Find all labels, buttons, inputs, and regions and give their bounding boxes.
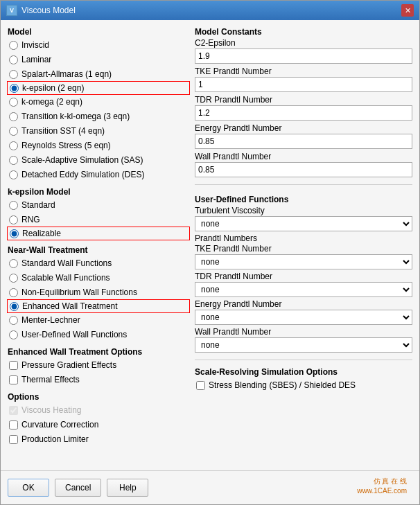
- wall-treatment-radio-group: Standard Wall Functions Scalable Wall Fu…: [9, 256, 188, 342]
- pressure-gradient-option[interactable]: Pressure Gradient Effects: [9, 358, 188, 372]
- cancel-button[interactable]: Cancel: [55, 479, 101, 497]
- wall-scalable[interactable]: Scalable Wall Functions: [9, 271, 188, 285]
- wall-treatment-label: Near-Wall Treatment: [8, 245, 188, 255]
- enhanced-wall-options-label: Enhanced Wall Treatment Options: [8, 347, 188, 357]
- wall-menter[interactable]: Menter-Lechner: [9, 313, 188, 327]
- model-option-transition-sst[interactable]: Transition SST (4 eqn): [9, 124, 188, 138]
- model-option-spalart[interactable]: Spalart-Allmaras (1 eqn): [9, 67, 188, 81]
- turbulent-viscosity-select[interactable]: none: [195, 216, 412, 231]
- divider-1: [195, 184, 412, 185]
- scale-resolving-checkbox-group: Stress Blending (SBES) / Shielded DES: [196, 378, 412, 392]
- thermal-effects-option[interactable]: Thermal Effects: [9, 373, 188, 387]
- main-content: Model Inviscid Laminar Spalart-Allmaras …: [1, 20, 419, 470]
- scale-resolving-label: Scale-Resolving Simulation Options: [195, 367, 412, 377]
- enhanced-wall-checkbox-group: Pressure Gradient Effects Thermal Effect…: [9, 358, 188, 387]
- model-option-sas[interactable]: Scale-Adaptive Simulation (SAS): [9, 153, 188, 167]
- energy-prandtl-udf-label: Energy Prandtl Number: [195, 299, 412, 309]
- enhanced-wall-options-section: Enhanced Wall Treatment Options Pressure…: [8, 347, 188, 387]
- tdr-prandtl-input[interactable]: [195, 105, 412, 121]
- tke-prandtl-label: TKE Prandtl Number: [195, 67, 412, 76]
- model-constants-label: Model Constants: [195, 27, 412, 37]
- wall-treatment-section: Near-Wall Treatment Standard Wall Functi…: [8, 245, 188, 342]
- options-section-label: Options: [8, 392, 188, 402]
- model-constants-section: Model Constants C2-Epsilon TKE Prandtl N…: [195, 27, 412, 177]
- watermark-line2: www.1CAE.com: [357, 486, 407, 496]
- tdr-prandtl-udf-select[interactable]: none: [195, 282, 412, 297]
- wall-standard[interactable]: Standard Wall Functions: [9, 256, 188, 270]
- tdr-prandtl-udf-label: TDR Prandtl Number: [195, 272, 412, 281]
- dialog-icon: V: [6, 5, 17, 16]
- turbulent-viscosity-label: Turbulent Viscosity: [195, 206, 412, 215]
- help-button[interactable]: Help: [107, 479, 148, 497]
- curvature-correction-option[interactable]: Curvature Correction: [9, 418, 188, 432]
- model-section: Model Inviscid Laminar Spalart-Allmaras …: [8, 27, 188, 181]
- wall-prandtl-input[interactable]: [195, 162, 412, 177]
- model-option-transition-kl[interactable]: Transition k-kl-omega (3 eqn): [9, 109, 188, 123]
- kepsilon-section-label: k-epsilon Model: [8, 187, 188, 197]
- kepsilon-standard[interactable]: Standard: [9, 198, 188, 212]
- kepsilon-section: k-epsilon Model Standard RNG Realizable: [8, 187, 188, 240]
- kepsilon-rng[interactable]: RNG: [9, 213, 188, 227]
- model-option-laminar[interactable]: Laminar: [9, 53, 188, 67]
- ok-button[interactable]: OK: [8, 479, 49, 497]
- c2-epsilon-label: C2-Epsilon: [195, 38, 412, 48]
- udf-label: User-Defined Functions: [195, 195, 412, 204]
- dialog-title: Viscous Model: [21, 6, 76, 15]
- energy-prandtl-udf-select[interactable]: none: [195, 310, 412, 325]
- watermark: 仿 真 在 线 www.1CAE.com: [357, 477, 412, 499]
- kepsilon-radio-group: Standard RNG Realizable: [9, 198, 188, 240]
- model-option-des[interactable]: Detached Eddy Simulation (DES): [9, 168, 188, 181]
- watermark-line1: 仿 真 在 线: [357, 477, 407, 486]
- wall-prandtl-label: Wall Prandtl Number: [195, 152, 412, 161]
- close-button[interactable]: ✕: [401, 4, 414, 17]
- wall-non-eq[interactable]: Non-Equilibrium Wall Functions: [9, 285, 188, 299]
- model-option-k-omega[interactable]: k-omega (2 eqn): [9, 95, 188, 109]
- button-bar: OK Cancel Help 仿 真 在 线 www.1CAE.com: [1, 470, 419, 504]
- tke-prandtl-input[interactable]: [195, 77, 412, 92]
- title-bar: V Viscous Model ✕: [1, 1, 419, 20]
- divider-2: [195, 360, 412, 360]
- production-limiter-option[interactable]: Production Limiter: [9, 432, 188, 446]
- energy-prandtl-label: Energy Prandtl Number: [195, 123, 412, 133]
- model-section-label: Model: [8, 27, 188, 37]
- right-panel: Model Constants C2-Epsilon TKE Prandtl N…: [195, 27, 412, 463]
- options-section: Options Viscous Heating Curvature Correc…: [8, 392, 188, 446]
- wall-prandtl-udf-select[interactable]: none: [195, 337, 412, 353]
- wall-enhanced[interactable]: Enhanced Wall Treatment: [7, 299, 190, 313]
- tke-prandtl-udf-label: TKE Prandtl Number: [195, 244, 412, 254]
- model-option-inviscid[interactable]: Inviscid: [9, 38, 188, 52]
- udf-section: User-Defined Functions Turbulent Viscosi…: [195, 192, 412, 353]
- left-panel: Model Inviscid Laminar Spalart-Allmaras …: [8, 27, 188, 463]
- viscous-model-dialog: V Viscous Model ✕ Model Inviscid Laminar: [0, 0, 420, 505]
- model-radio-group: Inviscid Laminar Spalart-Allmaras (1 eqn…: [9, 38, 188, 181]
- prandtl-numbers-label: Prandtl Numbers: [195, 233, 412, 243]
- viscous-heating-option[interactable]: Viscous Heating: [9, 403, 188, 417]
- model-option-reynolds[interactable]: Reynolds Stress (5 eqn): [9, 139, 188, 152]
- model-option-k-epsilon[interactable]: k-epsilon (2 eqn): [7, 81, 190, 95]
- options-checkbox-group: Viscous Heating Curvature Correction Pro…: [9, 403, 188, 446]
- scale-resolving-section: Scale-Resolving Simulation Options Stres…: [195, 367, 412, 392]
- wall-prandtl-udf-label: Wall Prandtl Number: [195, 327, 412, 337]
- tke-prandtl-udf-select[interactable]: none: [195, 254, 412, 269]
- kepsilon-realizable[interactable]: Realizable: [7, 227, 190, 240]
- wall-user[interactable]: User-Defined Wall Functions: [9, 328, 188, 342]
- title-bar-left: V Viscous Model: [6, 5, 76, 16]
- stress-blending-option[interactable]: Stress Blending (SBES) / Shielded DES: [196, 378, 412, 392]
- c2-epsilon-input[interactable]: [195, 48, 412, 64]
- energy-prandtl-input[interactable]: [195, 134, 412, 149]
- tdr-prandtl-label: TDR Prandtl Number: [195, 95, 412, 105]
